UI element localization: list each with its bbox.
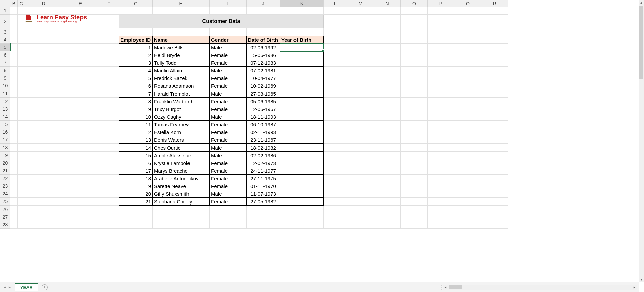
cell-K19[interactable] bbox=[280, 152, 324, 159]
cell-B28[interactable] bbox=[10, 221, 18, 229]
cell-D8[interactable] bbox=[25, 67, 62, 74]
cell-D4[interactable] bbox=[25, 36, 62, 44]
cell-E20[interactable] bbox=[62, 159, 99, 167]
cell-P7[interactable] bbox=[428, 59, 454, 67]
cell-L2[interactable] bbox=[324, 15, 347, 28]
cell-K3[interactable] bbox=[280, 28, 324, 36]
cell-F28[interactable] bbox=[99, 221, 119, 229]
cell-O28[interactable] bbox=[401, 221, 428, 229]
cell-J3[interactable] bbox=[247, 28, 280, 36]
cell-L17[interactable] bbox=[324, 136, 347, 144]
cell-J28[interactable] bbox=[247, 221, 280, 229]
cell-O24[interactable] bbox=[401, 190, 428, 198]
cell-D19[interactable] bbox=[25, 152, 62, 159]
cell-L1[interactable] bbox=[324, 7, 347, 15]
cell-E21[interactable] bbox=[62, 167, 99, 175]
cell-P3[interactable] bbox=[428, 28, 454, 36]
cell-C6[interactable] bbox=[18, 51, 25, 59]
cell-E14[interactable] bbox=[62, 113, 99, 121]
cell-H4[interactable]: Name bbox=[153, 36, 210, 44]
cell-K28[interactable] bbox=[280, 221, 324, 229]
cell-B5[interactable] bbox=[10, 44, 18, 51]
cell-D21[interactable] bbox=[25, 167, 62, 175]
cell-B21[interactable] bbox=[10, 167, 18, 175]
cell-Q4[interactable] bbox=[454, 36, 481, 44]
cell-H10[interactable]: Rosana Adamson bbox=[153, 82, 210, 90]
cell-L11[interactable] bbox=[324, 90, 347, 98]
cell-J10[interactable]: 10-02-1969 bbox=[247, 82, 280, 90]
cell-H14[interactable]: Ozzy Caghy bbox=[153, 113, 210, 121]
column-header-R[interactable]: R bbox=[481, 0, 508, 7]
cell-N20[interactable] bbox=[374, 159, 401, 167]
cell-G19[interactable]: 15 bbox=[119, 152, 153, 159]
cell-Q3[interactable] bbox=[454, 28, 481, 36]
cell-E18[interactable] bbox=[62, 144, 99, 152]
cell-N8[interactable] bbox=[374, 67, 401, 74]
cell-O27[interactable] bbox=[401, 213, 428, 221]
cell-L22[interactable] bbox=[324, 175, 347, 182]
scroll-right-button[interactable]: ► bbox=[632, 285, 637, 290]
cell-I13[interactable]: Female bbox=[210, 105, 247, 113]
cell-Q16[interactable] bbox=[454, 128, 481, 136]
cell-C20[interactable] bbox=[18, 159, 25, 167]
cell-H27[interactable] bbox=[153, 213, 210, 221]
cell-C8[interactable] bbox=[18, 67, 25, 74]
cell-F14[interactable] bbox=[99, 113, 119, 121]
cell-M3[interactable] bbox=[347, 28, 374, 36]
column-header-B[interactable]: B bbox=[10, 0, 18, 7]
cell-D16[interactable] bbox=[25, 128, 62, 136]
cell-E8[interactable] bbox=[62, 67, 99, 74]
cell-G8[interactable]: 4 bbox=[119, 67, 153, 74]
cell-N5[interactable] bbox=[374, 44, 401, 51]
cell-L15[interactable] bbox=[324, 121, 347, 128]
cell-N21[interactable] bbox=[374, 167, 401, 175]
cell-Q18[interactable] bbox=[454, 144, 481, 152]
cell-P20[interactable] bbox=[428, 159, 454, 167]
cell-I18[interactable]: Male bbox=[210, 144, 247, 152]
cell-I24[interactable]: Male bbox=[210, 190, 247, 198]
cell-H16[interactable]: Estella Korn bbox=[153, 128, 210, 136]
cell-R22[interactable] bbox=[481, 175, 508, 182]
cell-O10[interactable] bbox=[401, 82, 428, 90]
cell-P27[interactable] bbox=[428, 213, 454, 221]
cell-G5[interactable]: 1 bbox=[119, 44, 153, 51]
cell-O14[interactable] bbox=[401, 113, 428, 121]
cell-K8[interactable] bbox=[280, 67, 324, 74]
cell-C4[interactable] bbox=[18, 36, 25, 44]
cell-F13[interactable] bbox=[99, 105, 119, 113]
cell-M17[interactable] bbox=[347, 136, 374, 144]
cell-O17[interactable] bbox=[401, 136, 428, 144]
cell-G17[interactable]: 13 bbox=[119, 136, 153, 144]
cell-C21[interactable] bbox=[18, 167, 25, 175]
cell-E26[interactable] bbox=[62, 206, 99, 213]
cell-D24[interactable] bbox=[25, 190, 62, 198]
cell-F19[interactable] bbox=[99, 152, 119, 159]
cell-F3[interactable] bbox=[99, 28, 119, 36]
cell-P19[interactable] bbox=[428, 152, 454, 159]
row-header-13[interactable]: 13 bbox=[0, 105, 10, 113]
cell-H1[interactable] bbox=[153, 7, 210, 15]
cell-N18[interactable] bbox=[374, 144, 401, 152]
cell-F16[interactable] bbox=[99, 128, 119, 136]
cell-C7[interactable] bbox=[18, 59, 25, 67]
cell-C15[interactable] bbox=[18, 121, 25, 128]
cell-K9[interactable] bbox=[280, 74, 324, 82]
cell-L24[interactable] bbox=[324, 190, 347, 198]
row-header-7[interactable]: 7 bbox=[0, 59, 10, 67]
cell-G11[interactable]: 7 bbox=[119, 90, 153, 98]
cell-K22[interactable] bbox=[280, 175, 324, 182]
cell-F9[interactable] bbox=[99, 74, 119, 82]
cell-N26[interactable] bbox=[374, 206, 401, 213]
cell-I4[interactable]: Gender bbox=[210, 36, 247, 44]
cell-J21[interactable]: 24-11-1977 bbox=[247, 167, 280, 175]
row-header-6[interactable]: 6 bbox=[0, 51, 10, 59]
cell-N25[interactable] bbox=[374, 198, 401, 206]
cell-K6[interactable] bbox=[280, 51, 324, 59]
cell-C10[interactable] bbox=[18, 82, 25, 90]
cell-D13[interactable] bbox=[25, 105, 62, 113]
cell-E11[interactable] bbox=[62, 90, 99, 98]
cell-P15[interactable] bbox=[428, 121, 454, 128]
cell-F11[interactable] bbox=[99, 90, 119, 98]
cell-F2[interactable] bbox=[99, 15, 119, 28]
cell-N4[interactable] bbox=[374, 36, 401, 44]
